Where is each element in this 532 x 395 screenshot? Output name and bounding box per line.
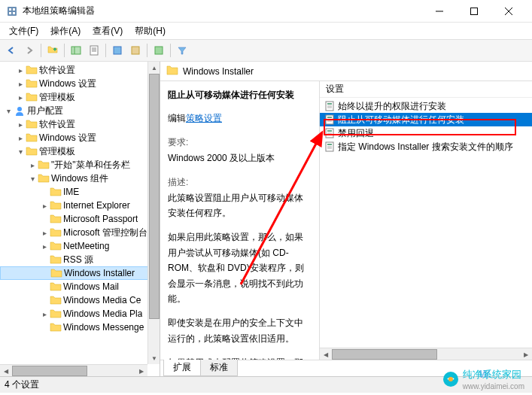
tree-node[interactable]: ▾Windows 组件: [0, 172, 160, 185]
scroll-down-button[interactable]: ▼: [148, 352, 160, 364]
expander-spacer: [39, 295, 50, 305]
expand-icon[interactable]: ▸: [39, 200, 50, 211]
tree-node[interactable]: Windows Mail: [0, 280, 160, 293]
scroll-up-button[interactable]: ▲: [148, 62, 160, 74]
main-content: ▸软件设置▸Windows 设置▸管理模板▾用户配置▸软件设置▸Windows …: [0, 62, 532, 376]
setting-item[interactable]: 始终以提升的权限进行安装: [320, 99, 532, 113]
tree-node[interactable]: ▸Internet Explorer: [0, 199, 160, 212]
setting-item[interactable]: 指定 Windows Installer 搜索安装文件的顺序: [320, 140, 532, 153]
folder-icon: [38, 173, 50, 184]
toolbar-separator: [170, 44, 171, 57]
settings-scrollbar-horizontal[interactable]: ◀ ▶: [320, 348, 532, 360]
svg-rect-15: [114, 47, 121, 54]
svg-rect-11: [90, 46, 98, 55]
tree-node-label: Windows Media Ce: [63, 295, 141, 305]
tree-node[interactable]: ▸Microsoft 管理控制台: [0, 226, 160, 239]
expand-icon[interactable]: ▸: [15, 65, 26, 75]
scroll-thumb[interactable]: [332, 349, 437, 360]
expand-icon[interactable]: ▸: [39, 308, 50, 319]
tree-scrollbar-horizontal[interactable]: ◀ ▶: [0, 364, 147, 376]
tree-node-label: 软件设置: [39, 118, 75, 131]
help-button[interactable]: [150, 42, 167, 59]
minimize-button[interactable]: [422, 0, 457, 23]
tree-node[interactable]: ▸软件设置: [0, 63, 160, 77]
watermark: 纯净系统家园 www.yidaimei.com: [442, 368, 524, 390]
tree-node-label: Microsoft Passport: [63, 214, 138, 224]
scroll-right-button[interactable]: ▶: [520, 348, 532, 360]
expand-icon[interactable]: ▸: [39, 241, 50, 251]
properties-button[interactable]: [86, 42, 102, 59]
tree-node[interactable]: IME: [0, 185, 160, 199]
tree-node[interactable]: RSS 源: [0, 253, 160, 266]
statusbar-text: 4 个设置: [5, 378, 39, 391]
menu-action[interactable]: 操作(A): [44, 23, 87, 39]
folder-icon: [166, 65, 178, 77]
svg-rect-17: [155, 47, 163, 54]
setting-label: 禁用回退: [338, 127, 374, 140]
settings-column-header[interactable]: 设置: [320, 81, 532, 98]
expand-icon[interactable]: ▸: [15, 132, 26, 143]
edit-policy-link[interactable]: 策略设置: [186, 113, 222, 123]
tree-node[interactable]: ▸Windows 设置: [0, 131, 160, 144]
menu-view[interactable]: 查看(V): [87, 23, 129, 39]
requirements-label: 要求:: [168, 135, 312, 150]
maximize-button[interactable]: [457, 0, 491, 23]
app-icon: [6, 5, 18, 17]
folder-icon: [50, 200, 62, 211]
collapse-icon[interactable]: ▾: [27, 173, 38, 184]
tree-node[interactable]: ▸NetMeeting: [0, 239, 160, 253]
tree-node[interactable]: Windows Media Ce: [0, 293, 160, 307]
show-hide-tree-button[interactable]: [68, 42, 84, 59]
svg-rect-24: [327, 117, 332, 118]
tree-node[interactable]: ▾管理模板: [0, 144, 160, 158]
expand-icon[interactable]: ▸: [15, 92, 26, 102]
folder-icon: [26, 132, 38, 143]
setting-item[interactable]: 阻止从可移动媒体进行任何安装: [320, 113, 532, 126]
tree-node[interactable]: ▸Windows Media Pla: [0, 307, 160, 321]
setting-label: 指定 Windows Installer 搜索安装文件的顺序: [338, 141, 513, 153]
setting-item[interactable]: 禁用回退: [320, 126, 532, 140]
close-button[interactable]: [491, 0, 526, 23]
folder-icon: [26, 78, 38, 89]
scroll-right-button[interactable]: ▶: [135, 365, 147, 376]
forward-button[interactable]: [21, 42, 38, 59]
expand-icon[interactable]: ▸: [15, 119, 26, 129]
up-button[interactable]: [44, 42, 61, 59]
collapse-icon[interactable]: ▾: [15, 146, 26, 156]
export-button[interactable]: [127, 42, 144, 59]
scroll-thumb[interactable]: [12, 366, 87, 376]
expand-icon[interactable]: ▸: [15, 78, 26, 89]
menu-help[interactable]: 帮助(H): [129, 23, 172, 39]
window-controls: [422, 0, 526, 23]
collapse-icon[interactable]: ▾: [3, 105, 14, 116]
edit-label: 编辑: [168, 113, 186, 123]
tree-node[interactable]: ▾用户配置: [0, 104, 160, 117]
tree-node[interactable]: ▸"开始"菜单和任务栏: [0, 158, 160, 172]
expand-icon[interactable]: ▸: [27, 160, 38, 170]
menu-file[interactable]: 文件(F): [3, 23, 44, 39]
tree[interactable]: ▸软件设置▸Windows 设置▸管理模板▾用户配置▸软件设置▸Windows …: [0, 62, 160, 376]
tree-node-label: Windows 设置: [39, 132, 96, 144]
filter-button[interactable]: [174, 42, 190, 59]
tree-node[interactable]: Windows Messenge: [0, 321, 160, 334]
scroll-left-button[interactable]: ◀: [0, 365, 12, 376]
settings-list[interactable]: 始终以提升的权限进行安装阻止从可移动媒体进行任何安装禁用回退指定 Windows…: [320, 98, 532, 155]
svg-rect-4: [13, 12, 15, 14]
refresh-button[interactable]: [109, 42, 126, 59]
back-button[interactable]: [3, 42, 20, 59]
tree-node[interactable]: ▸Windows 设置: [0, 77, 160, 90]
description-label: 描述:: [168, 175, 312, 190]
tree-node[interactable]: Microsoft Passport: [0, 212, 160, 226]
tree-node-label: NetMeeting: [63, 241, 109, 251]
watermark-url: www.yidaimei.com: [463, 382, 524, 390]
scroll-left-button[interactable]: ◀: [320, 348, 332, 360]
tree-node[interactable]: ▸管理模板: [0, 90, 160, 104]
user-config-icon: [14, 105, 26, 116]
tree-node[interactable]: Windows Installer: [0, 266, 160, 280]
tab-standard[interactable]: 标准: [200, 360, 238, 376]
tree-node[interactable]: ▸软件设置: [0, 117, 160, 131]
scroll-thumb[interactable]: [149, 74, 160, 319]
tree-scrollbar-vertical[interactable]: ▲ ▼: [147, 62, 160, 364]
tab-extended[interactable]: 扩展: [163, 360, 201, 376]
expand-icon[interactable]: ▸: [39, 227, 50, 238]
